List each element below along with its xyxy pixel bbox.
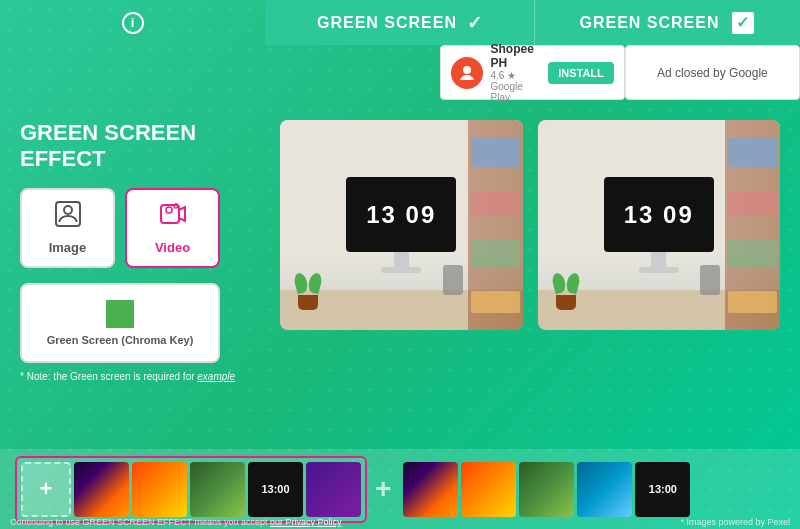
- footer-privacy: Continuing to use GREEN SCREEN EFFECT me…: [10, 517, 342, 527]
- top-bar-left-section: i: [0, 0, 265, 45]
- plant-area-left: [295, 273, 321, 310]
- filmstrip-right: 13:00: [399, 458, 694, 521]
- media-type-row: Image Video: [20, 188, 260, 268]
- green-screen-label: Green Screen (Chroma Key): [47, 334, 194, 346]
- thumb-3[interactable]: [190, 462, 245, 517]
- shopee-ad-banner[interactable]: Shopee PH 4.6 ★ Google Play INSTALL: [440, 45, 625, 100]
- info-icon[interactable]: i: [122, 12, 144, 34]
- monitor-stand-right: [651, 252, 666, 267]
- image-icon: [54, 200, 82, 234]
- left-panel: GREEN SCREEN EFFECT Image: [20, 120, 260, 382]
- section-title-right: GREEN SCREEN: [579, 14, 719, 32]
- shopee-info: Shopee PH 4.6 ★ Google Play: [491, 42, 541, 103]
- thumb-r4-bg: [577, 462, 632, 517]
- thumb-r4[interactable]: [577, 462, 632, 517]
- thumb-time-right[interactable]: 13:00: [635, 462, 690, 517]
- monitor-left: 13 09: [346, 177, 456, 273]
- ad-closed-google-banner: Ad closed by Google: [625, 45, 800, 100]
- plant-area-right: [553, 273, 579, 310]
- bookshelf-right: [725, 120, 780, 330]
- time-display-right: 13 09: [604, 177, 714, 252]
- top-bar-right-section: GREEN SCREEN ✓: [535, 0, 800, 45]
- filmstrip-separator: +: [375, 473, 391, 505]
- privacy-policy-link[interactable]: our Privacy Policy: [270, 517, 342, 527]
- thumb-nature-bg: [190, 462, 245, 517]
- check-icon-left: ✓: [467, 12, 482, 34]
- thumb-r1[interactable]: [403, 462, 458, 517]
- ad-closed-text: Ad closed by Google: [657, 66, 768, 80]
- svg-point-1: [64, 206, 72, 214]
- filmstrip-left: + 13:00: [15, 456, 367, 523]
- desk-scene-right: 13 09: [538, 120, 781, 330]
- thumb-r1-bg: [403, 462, 458, 517]
- ad-left-spacer: [0, 45, 175, 100]
- speaker-left: [443, 265, 463, 295]
- right-panel: 13 09: [280, 120, 780, 382]
- monitor-stand-left: [394, 252, 409, 267]
- image-button[interactable]: Image: [20, 188, 115, 268]
- shopee-name: Shopee PH: [491, 42, 541, 70]
- thumb-galaxy-bg: [74, 462, 129, 517]
- bookshelf-left: [468, 120, 523, 330]
- shopee-logo: [451, 57, 483, 89]
- thumb-time[interactable]: 13:00: [248, 462, 303, 517]
- svg-point-0: [463, 66, 471, 74]
- thumb-purple-bg: [306, 462, 361, 517]
- time-display-left: 13 09: [346, 177, 456, 252]
- bottom-filmstrip-area: + 13:00 +: [0, 449, 800, 529]
- install-button[interactable]: INSTALL: [548, 62, 614, 84]
- add-media-button-left[interactable]: +: [21, 462, 71, 517]
- thumb-4[interactable]: [306, 462, 361, 517]
- check-icon-right[interactable]: ✓: [730, 10, 756, 36]
- image-label: Image: [49, 240, 87, 255]
- speaker-right: [700, 265, 720, 295]
- example-link[interactable]: example: [197, 371, 235, 382]
- monitor-right: 13 09: [604, 177, 714, 273]
- bottom-footer: Continuing to use GREEN SCREEN EFFECT me…: [10, 517, 790, 527]
- thumb-r3[interactable]: [519, 462, 574, 517]
- shopee-rating: 4.6 ★ Google Play: [491, 70, 541, 103]
- video-button[interactable]: Video: [125, 188, 220, 268]
- powered-by-text: * Images powered by Pexel: [680, 517, 790, 527]
- preview-box-right: 13 09: [538, 120, 781, 330]
- monitor-base-left: [381, 267, 421, 273]
- section-title-left: GREEN SCREEN: [317, 14, 457, 32]
- thumb-time-bg: 13:00: [248, 462, 303, 517]
- svg-point-4: [166, 207, 172, 213]
- thumb-r3-bg: [519, 462, 574, 517]
- thumb-2[interactable]: [132, 462, 187, 517]
- thumb-1[interactable]: [74, 462, 129, 517]
- video-icon: [159, 200, 187, 234]
- thumb-time-right-bg: 13:00: [635, 462, 690, 517]
- desk-scene-left: 13 09: [280, 120, 523, 330]
- preview-box-left: 13 09: [280, 120, 523, 330]
- top-bar-middle-section: GREEN SCREEN ✓: [265, 0, 535, 45]
- thumb-sunset-bg: [132, 462, 187, 517]
- video-label: Video: [155, 240, 190, 255]
- note-text: * Note: the Green screen is required for…: [20, 371, 260, 382]
- thumb-r2[interactable]: [461, 462, 516, 517]
- main-content: GREEN SCREEN EFFECT Image: [0, 105, 800, 397]
- ad-area: Shopee PH 4.6 ★ Google Play INSTALL Ad c…: [0, 45, 800, 100]
- green-screen-button[interactable]: Green Screen (Chroma Key): [20, 283, 220, 363]
- monitor-base-right: [639, 267, 679, 273]
- thumb-r2-bg: [461, 462, 516, 517]
- green-square-icon: [106, 300, 134, 328]
- effect-title: GREEN SCREEN EFFECT: [20, 120, 260, 173]
